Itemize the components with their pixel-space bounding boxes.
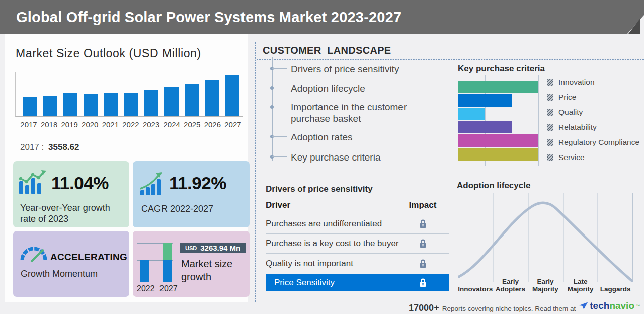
driver-row: Purchases are undifferentiated bbox=[266, 214, 449, 234]
market-size-bar-2021 bbox=[104, 93, 118, 116]
bar-2027-base bbox=[163, 260, 172, 282]
driver-label: Purchase is a key cost to the buyer bbox=[266, 239, 408, 249]
yoy-growth-label: Year-over-Year growth rate of 2023 bbox=[20, 202, 116, 224]
price-sensitivity-title: Drivers of price sensitivity bbox=[266, 184, 373, 194]
market-size-bar-2019 bbox=[63, 93, 77, 116]
vertical-dashed-divider bbox=[255, 42, 256, 302]
note-value: 3558.62 bbox=[48, 142, 79, 152]
speedometer-icon bbox=[20, 244, 47, 262]
trademark-symbol: ™ bbox=[636, 304, 640, 308]
legend-item: Quality bbox=[547, 107, 639, 118]
criteria-bar-quality bbox=[458, 108, 485, 120]
market-size-bar-2022 bbox=[124, 93, 138, 116]
market-size-title: Market Size Outlook (USD Million) bbox=[16, 47, 201, 60]
impact-lock bbox=[408, 219, 438, 229]
incremental-chart-years: 2022 2027 bbox=[137, 284, 177, 293]
footer-dashed-line bbox=[9, 308, 400, 308]
market-size-bars bbox=[16, 72, 243, 116]
legend-item: Price bbox=[547, 92, 639, 103]
lock-icon bbox=[419, 278, 427, 288]
market-size-bar-2027 bbox=[225, 75, 239, 116]
criteria-bar-price bbox=[458, 94, 512, 107]
driver-row: Purchase is a key cost to the buyer bbox=[266, 234, 449, 254]
technavio-arrow-icon bbox=[579, 301, 588, 311]
page-title: Global Off-grid Solar Power Systems Mark… bbox=[16, 9, 401, 25]
bell-curve bbox=[458, 193, 633, 283]
key-purchase-criteria-chart bbox=[458, 75, 538, 166]
brand-part-tech: tech bbox=[590, 300, 609, 311]
market-size-bar-2026 bbox=[205, 80, 219, 116]
currency-label: USD bbox=[185, 245, 197, 251]
market-size-bar-2017 bbox=[23, 97, 37, 116]
corner-fold-decoration bbox=[621, 0, 644, 34]
customer-landscape-title: CUSTOMER LANDSCAPE bbox=[263, 45, 391, 56]
legend-label: Quality bbox=[558, 108, 583, 117]
lifecycle-stage-label: Early Adopters bbox=[493, 272, 528, 293]
legend-swatch-icon bbox=[547, 79, 553, 86]
market-size-bar-2020 bbox=[84, 94, 98, 116]
footer-message: Reports covering niche topics. Read them… bbox=[442, 305, 576, 312]
list-connector-line bbox=[272, 88, 287, 88]
adoption-lifecycle-title: Adoption lifecycle bbox=[457, 181, 530, 191]
list-connector-line bbox=[272, 107, 287, 107]
market-size-x-axis-labels: 2017201820192020202120222023202420252026… bbox=[15, 120, 243, 129]
criteria-bar-relatability bbox=[458, 121, 512, 133]
legend-swatch-icon bbox=[547, 139, 553, 146]
list-connector-line bbox=[272, 156, 287, 157]
x-axis-label: 2025 bbox=[183, 120, 202, 129]
highlight-row-label: Price Sensitivity bbox=[274, 278, 408, 288]
technavio-logo[interactable]: technavio™ bbox=[579, 300, 640, 311]
list-connector-line bbox=[272, 68, 287, 69]
lifecycle-stage-label: Innovators bbox=[458, 272, 493, 293]
market-size-bar-2018 bbox=[43, 96, 57, 116]
impact-lock bbox=[408, 239, 438, 249]
lock-icon bbox=[419, 219, 427, 229]
landscape-list-item: Key purchase criteria bbox=[291, 151, 427, 163]
column-driver: Driver bbox=[266, 200, 408, 210]
x-axis-label: 2026 bbox=[203, 120, 222, 129]
yoy-growth-value: 11.04% bbox=[51, 173, 109, 193]
legend-label: Relatability bbox=[558, 123, 597, 132]
legend-label: Regulatory Compliance bbox=[558, 138, 639, 147]
table-header: Driver Impact bbox=[266, 200, 449, 214]
key-purchase-criteria-legend: InnovationPriceQualityRelatabilityRegula… bbox=[547, 76, 639, 163]
brand-part-navio: navio bbox=[609, 300, 634, 311]
incremental-growth-mini-chart: 2022 2027 bbox=[137, 242, 177, 294]
lifecycle-stage-label: Early Majority bbox=[528, 272, 563, 293]
landscape-connector-line bbox=[272, 57, 273, 161]
legend-label: Innovation bbox=[558, 77, 595, 87]
momentum-label: Growth Momentum bbox=[21, 269, 98, 279]
lock-icon bbox=[419, 239, 427, 249]
impact-lock bbox=[408, 259, 438, 269]
note-separator: : bbox=[42, 142, 44, 152]
key-purchase-criteria-title: Key purchase criteria bbox=[458, 64, 545, 74]
legend-swatch-icon bbox=[547, 124, 553, 131]
note-year: 2017 bbox=[20, 142, 39, 152]
adoption-lifecycle-chart bbox=[458, 193, 633, 283]
legend-label: Service bbox=[558, 153, 585, 162]
gridline bbox=[538, 75, 539, 166]
header-bar: Global Off-grid Solar Power Systems Mark… bbox=[0, 0, 644, 34]
footer: 17000+ Reports covering niche topics. Re… bbox=[409, 300, 640, 313]
market-size-growth-card: 2022 2027 USD 3263.94 Mn Market size gro… bbox=[133, 231, 250, 297]
landscape-list-item: Drivers of price sensitivity bbox=[291, 63, 427, 75]
adoption-lifecycle-stage-labels: InnovatorsEarly AdoptersEarly MajorityLa… bbox=[458, 272, 633, 293]
market-size-bar-2025 bbox=[185, 84, 199, 116]
lifecycle-stage-label: Laggards bbox=[598, 272, 633, 293]
report-count: 17000+ bbox=[409, 303, 439, 313]
legend-item: Regulatory Compliance bbox=[547, 137, 639, 148]
x-axis-label: 2018 bbox=[40, 120, 59, 129]
legend-item: Innovation bbox=[547, 76, 639, 88]
infographic-root: Global Off-grid Solar Power Systems Mark… bbox=[0, 0, 644, 314]
bar-2027-increment bbox=[163, 243, 172, 260]
cagr-value: 11.92% bbox=[169, 173, 226, 193]
x-axis-label: 2023 bbox=[142, 120, 161, 129]
x-axis-label: 2021 bbox=[101, 120, 120, 129]
legend-swatch-icon bbox=[547, 154, 553, 161]
growth-arrow-icon bbox=[139, 172, 165, 195]
lifecycle-stage-label: Late Majority bbox=[563, 272, 598, 293]
price-sensitivity-highlight-row: Price Sensitivity bbox=[266, 274, 449, 291]
market-size-growth-label: Market size growth bbox=[181, 257, 237, 283]
legend-label: Price bbox=[558, 93, 576, 102]
market-size-2017-note: 2017 : 3558.62 bbox=[20, 142, 79, 152]
